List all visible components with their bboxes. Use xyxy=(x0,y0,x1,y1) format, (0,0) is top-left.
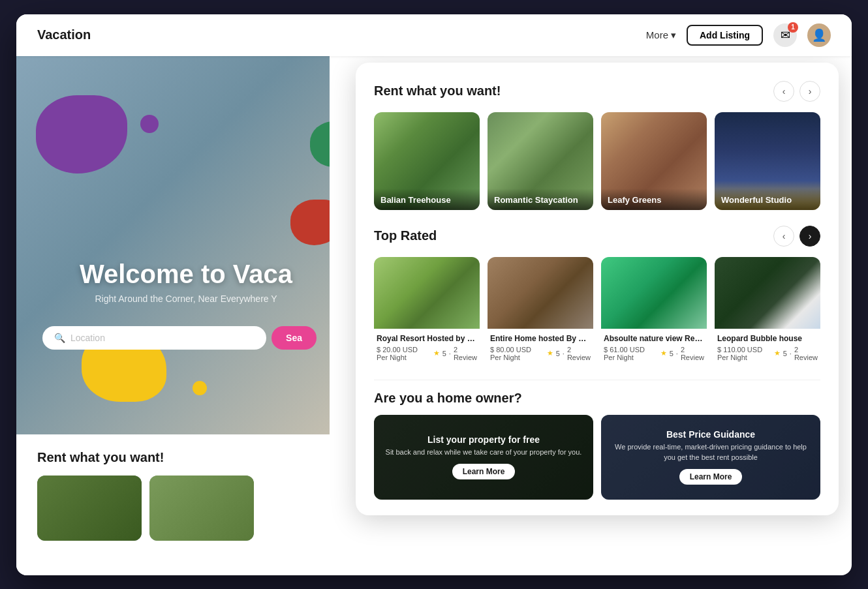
top-card-nature-name: Absoulte nature view Resort Hosted... xyxy=(604,334,704,343)
top-card-royal-img xyxy=(374,257,480,329)
rent-section-title: Rent what you want! xyxy=(374,83,501,98)
homeowner-card-list-desc: Sit back and relax while we take care of… xyxy=(386,447,582,457)
top-card-nature-dot: · xyxy=(676,350,678,357)
bottom-cards xyxy=(37,476,309,541)
homeowner-card-list[interactable]: List your property for free Sit back and… xyxy=(374,415,593,500)
location-input-wrap[interactable]: 🔍 Location xyxy=(42,326,266,350)
bottom-rent-section: Rent what you want! xyxy=(16,434,330,575)
top-card-nature-star: ★ xyxy=(660,349,667,357)
top-card-bubble-info: Leopard Bubble house $ 110.00 USD Per Ni… xyxy=(715,329,820,364)
top-card-royal-meta: $ 20.00 USD Per Night ★ 5 · 2 Review xyxy=(377,346,477,361)
top-card-royal-price: $ 20.00 USD Per Night xyxy=(377,346,431,361)
location-placeholder: Location xyxy=(70,333,105,343)
top-card-bubble-name: Leopard Bubble house xyxy=(717,334,818,343)
bottom-section-title: Rent what you want! xyxy=(37,450,309,465)
homeowner-section: Are you a home owner? List your property… xyxy=(374,380,820,500)
user-avatar[interactable]: 👤 xyxy=(807,23,831,47)
top-card-bubble-img xyxy=(715,257,820,329)
top-card-home-price: $ 80.00 USD Per Night xyxy=(490,346,544,361)
bottom-card-2[interactable] xyxy=(149,476,254,541)
top-card-bubble-meta: $ 110.00 USD Per Night ★ 5 · 2 Review xyxy=(717,346,818,361)
top-rated-prev-arrow[interactable]: ‹ xyxy=(773,226,794,247)
navbar-right: More ▾ Add Listing ✉ 1 👤 xyxy=(646,23,831,47)
hero-search-bar: 🔍 Location Sea xyxy=(42,326,317,350)
top-rated-cards-grid: Royal Resort Hosted by Jhon $ 20.00 USD … xyxy=(374,257,820,364)
top-card-bubble[interactable]: Leopard Bubble house $ 110.00 USD Per Ni… xyxy=(715,257,820,364)
chevron-down-icon: ▾ xyxy=(671,29,676,41)
top-card-home-img xyxy=(488,257,593,329)
rent-card-staycation[interactable]: Romantic Staycation xyxy=(488,112,593,210)
top-card-home-rating: 5 xyxy=(556,350,560,357)
hero-background: Welcome to Vaca Right Around the Corner,… xyxy=(16,56,330,434)
top-card-bubble-rating: 5 xyxy=(783,350,787,357)
learn-more-list-button[interactable]: Learn More xyxy=(452,464,516,479)
top-card-royal-rating: 5 xyxy=(442,350,446,357)
hero-subtitle: Right Around the Corner, Near Everywhere… xyxy=(42,294,330,304)
top-rated-nav-arrows: ‹ › xyxy=(773,226,820,247)
rent-cards-grid: Balian Treehouse Romantic Staycation Lea… xyxy=(374,112,820,210)
learn-more-price-button[interactable]: Learn More xyxy=(679,469,743,485)
bottom-card-1[interactable] xyxy=(37,476,142,541)
top-card-nature-reviews: 2 Review xyxy=(681,346,704,361)
top-card-nature-img xyxy=(601,257,707,329)
top-card-bubble-star: ★ xyxy=(774,349,781,357)
rent-card-studio-label: Wonderful Studio xyxy=(715,189,820,210)
search-button[interactable]: Sea xyxy=(271,326,317,350)
top-card-royal-info: Royal Resort Hosted by Jhon $ 20.00 USD … xyxy=(374,329,480,364)
rent-next-arrow[interactable]: › xyxy=(799,81,820,102)
top-card-home[interactable]: Entire Home hosted By Jhon $ 80.00 USD P… xyxy=(488,257,593,364)
top-card-nature-meta: $ 61.00 USD Per Night ★ 5 · 2 Review xyxy=(604,346,704,361)
rent-card-staycation-label: Romantic Staycation xyxy=(488,189,593,210)
homeowner-card-list-title: List your property for free xyxy=(427,434,540,445)
top-card-home-dot: · xyxy=(563,350,565,357)
purple-blob xyxy=(36,95,127,174)
more-menu[interactable]: More ▾ xyxy=(646,29,676,41)
top-card-royal-star: ★ xyxy=(433,349,440,357)
notification-wrap: ✉ 1 xyxy=(773,23,797,47)
top-card-home-star: ★ xyxy=(547,349,553,357)
homeowner-card-price-overlay: Best Price Guidance We provide real-time… xyxy=(601,415,820,500)
top-card-royal-name: Royal Resort Hosted by Jhon xyxy=(377,334,477,343)
homeowner-title: Are you a home owner? xyxy=(374,391,820,406)
rent-nav-arrows: ‹ › xyxy=(773,81,820,102)
top-card-nature-info: Absoulte nature view Resort Hosted... $ … xyxy=(601,329,707,364)
rent-section-header: Rent what you want! ‹ › xyxy=(374,81,820,102)
top-card-bubble-dot: · xyxy=(790,350,792,357)
hero-title: Welcome to Vaca xyxy=(42,260,330,288)
rent-card-leafy-label: Leafy Greens xyxy=(601,189,707,210)
top-rated-section-header: Top Rated ‹ › xyxy=(374,226,820,247)
search-icon: 🔍 xyxy=(54,333,65,343)
top-card-royal-reviews: · xyxy=(449,350,451,357)
top-card-home-reviews: 2 Review xyxy=(567,346,591,361)
green-blob xyxy=(310,121,330,167)
rent-card-treehouse[interactable]: Balian Treehouse xyxy=(374,112,480,210)
navbar: Vacation More ▾ Add Listing ✉ 1 👤 xyxy=(16,14,852,56)
top-card-home-name: Entire Home hosted By Jhon xyxy=(490,334,591,343)
top-card-home-info: Entire Home hosted By Jhon $ 80.00 USD P… xyxy=(488,329,593,364)
main-area: Welcome to Vaca Right Around the Corner,… xyxy=(16,56,852,575)
top-rated-next-arrow[interactable]: › xyxy=(799,226,820,247)
rent-card-studio[interactable]: Wonderful Studio xyxy=(715,112,820,210)
top-rated-title: Top Rated xyxy=(374,228,437,243)
add-listing-button[interactable]: Add Listing xyxy=(687,25,763,46)
purple-blob-small xyxy=(140,115,159,133)
top-card-bubble-reviews: 2 Review xyxy=(794,346,818,361)
notification-badge: 1 xyxy=(788,22,798,33)
site-logo: Vacation xyxy=(37,27,91,42)
rent-card-treehouse-label: Balian Treehouse xyxy=(374,189,480,210)
top-card-nature[interactable]: Absoulte nature view Resort Hosted... $ … xyxy=(601,257,707,364)
yellow-blob-small xyxy=(193,381,207,395)
rent-card-leafy[interactable]: Leafy Greens xyxy=(601,112,707,210)
top-card-nature-price: $ 61.00 USD Per Night xyxy=(604,346,658,361)
homeowner-card-price[interactable]: Best Price Guidance We provide real-time… xyxy=(601,415,820,500)
homeowner-card-price-title: Best Price Guidance xyxy=(666,429,755,440)
homeowner-card-list-overlay: List your property for free Sit back and… xyxy=(374,415,593,500)
top-card-home-meta: $ 80.00 USD Per Night ★ 5 · 2 Review xyxy=(490,346,591,361)
top-card-bubble-price: $ 110.00 USD Per Night xyxy=(717,346,771,361)
top-card-royal[interactable]: Royal Resort Hosted by Jhon $ 20.00 USD … xyxy=(374,257,480,364)
rent-prev-arrow[interactable]: ‹ xyxy=(773,81,794,102)
homeowner-cards-grid: List your property for free Sit back and… xyxy=(374,415,820,500)
modal-card: Rent what you want! ‹ › Balian Treehouse… xyxy=(356,63,839,515)
top-card-royal-review-count: 2 Review xyxy=(454,346,477,361)
browser-frame: Vacation More ▾ Add Listing ✉ 1 👤 Welc xyxy=(16,14,852,575)
